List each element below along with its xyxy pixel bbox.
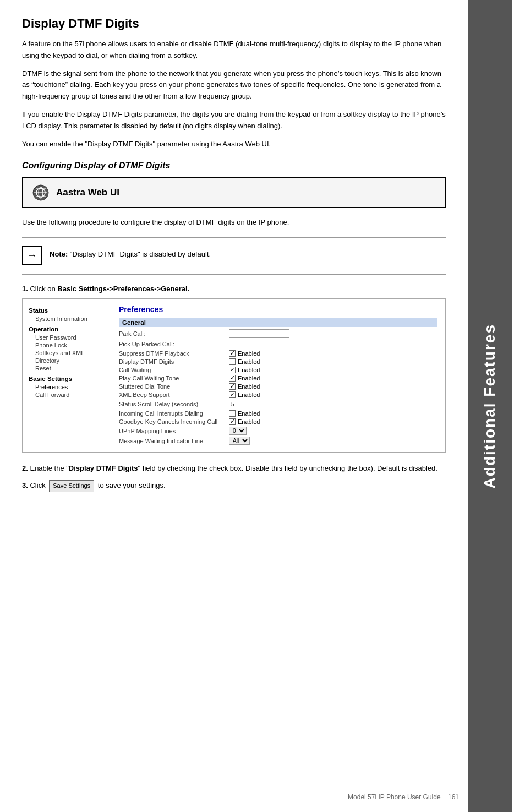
body-paragraph-2: DTMF is the signal sent from the phone t…	[22, 68, 446, 102]
webui-checkbox-label-xml-beep-support: Enabled	[238, 391, 260, 398]
webui-checkbox-label-stuttered-dial-tone: Enabled	[238, 383, 260, 390]
webui-label-stuttered-dial-tone: Stuttered Dial Tone	[119, 383, 229, 390]
divider-bottom	[22, 274, 446, 275]
step-2-number: 2.	[22, 464, 28, 472]
step-1-bold: Basic Settings->Preferences->General.	[57, 285, 189, 293]
note-label: Note:	[50, 250, 68, 258]
webui-checkbox-label-incoming-call-interrupts: Enabled	[238, 410, 260, 417]
webui-field-suppress-dtmf: Enabled	[229, 350, 437, 357]
divider-top	[22, 237, 446, 238]
webui-section-label: General	[119, 318, 437, 327]
webui-sidebar: Status System Information Operation User…	[23, 299, 111, 452]
step-3-number: 3.	[22, 481, 28, 489]
webui-field-display-dtmf: Enabled	[229, 358, 437, 365]
webui-row-call-waiting: Call Waiting Enabled	[119, 367, 437, 373]
page-container: Display DTMF Digits A feature on the 57i…	[0, 0, 525, 812]
webui-row-xml-beep-support: XML Beep Support Enabled	[119, 391, 437, 398]
webui-field-pickup-parked	[229, 340, 437, 348]
webui-row-incoming-call-interrupts: Incoming Call Interrupts Dialing Enabled	[119, 410, 437, 417]
webui-field-call-waiting: Enabled	[229, 367, 437, 373]
sidebar-basic-settings-label: Basic Settings	[29, 375, 105, 382]
footer-text: Model 57i IP Phone User Guide 161	[348, 793, 459, 801]
subsection-title: Configuring Display of DTMF Digits	[22, 161, 446, 171]
webui-heading: Preferences	[119, 305, 437, 314]
webui-checkbox-call-waiting[interactable]	[229, 367, 236, 373]
section-title: Display DTMF Digits	[22, 17, 446, 31]
sidebar-item-directory[interactable]: Directory	[29, 357, 105, 364]
sidebar-item-preferences[interactable]: Preferences	[29, 383, 105, 391]
body-paragraph-3: If you enable the Display DTMF Digits pa…	[22, 109, 446, 132]
webui-field-park-call	[229, 329, 437, 338]
sidebar-item-phone-lock[interactable]: Phone Lock	[29, 341, 105, 349]
webui-checkbox-display-dtmf[interactable]	[229, 358, 236, 365]
webui-field-stuttered-dial-tone: Enabled	[229, 383, 437, 390]
webui-row-display-dtmf: Display DTMF Digits Enabled	[119, 358, 437, 365]
main-content: Display DTMF Digits A feature on the 57i…	[0, 0, 468, 812]
webui-checkbox-label-goodbye-key-cancels: Enabled	[238, 418, 260, 425]
webui-checkbox-play-call-waiting-tone[interactable]	[229, 375, 236, 382]
webui-field-message-waiting: All 1 2	[229, 437, 437, 445]
webui-field-incoming-call-interrupts: Enabled	[229, 410, 437, 417]
webui-label-suppress-dtmf: Suppress DTMF Playback	[119, 350, 229, 357]
aastra-icon	[32, 184, 50, 201]
webui-row-message-waiting: Message Waiting Indicator Line All 1 2	[119, 437, 437, 445]
side-tab: Additional Features	[468, 0, 512, 812]
save-settings-button[interactable]: Save Settings	[49, 480, 94, 492]
webui-row-goodbye-key-cancels: Goodbye Key Cancels Incoming Call Enable…	[119, 418, 437, 425]
webui-label-message-waiting: Message Waiting Indicator Line	[119, 438, 229, 444]
webui-screenshot: Status System Information Operation User…	[22, 298, 446, 453]
sidebar-status-label: Status	[29, 307, 105, 314]
step-3-text-before: Click	[30, 481, 45, 489]
sidebar-item-reset[interactable]: Reset	[29, 364, 105, 372]
step-2-bold: Display DTMF Digits	[69, 464, 138, 472]
webui-row-status-scroll-delay: Status Scroll Delay (seconds) 5	[119, 400, 437, 408]
webui-input-status-scroll-delay[interactable]: 5	[229, 400, 256, 408]
sidebar-item-call-forward[interactable]: Call Forward	[29, 391, 105, 399]
webui-field-status-scroll-delay: 5	[229, 400, 437, 408]
step-1-number: 1.	[22, 285, 28, 293]
webui-row-park-call: Park Call:	[119, 329, 437, 338]
note-arrow-icon: →	[22, 246, 42, 265]
aastra-box-title: Aastra Web UI	[56, 187, 119, 198]
webui-label-xml-beep-support: XML Beep Support	[119, 391, 229, 398]
webui-checkbox-label-display-dtmf: Enabled	[238, 358, 260, 365]
webui-label-upnp-mapping: UPnP Mapping Lines	[119, 428, 229, 434]
webui-row-stuttered-dial-tone: Stuttered Dial Tone Enabled	[119, 383, 437, 390]
note-text: Note: "Display DTMF Digits" is disabled …	[50, 246, 211, 260]
step-3-text-after: to save your settings.	[98, 481, 166, 489]
note-content: "Display DTMF Digits" is disabled by def…	[70, 250, 211, 258]
webui-row-upnp-mapping: UPnP Mapping Lines 0 1 2	[119, 427, 437, 435]
webui-select-message-waiting[interactable]: All 1 2	[229, 437, 250, 445]
webui-checkbox-incoming-call-interrupts[interactable]	[229, 410, 236, 417]
step-1-text: Click on	[30, 285, 55, 293]
webui-label-goodbye-key-cancels: Goodbye Key Cancels Incoming Call	[119, 418, 229, 425]
sidebar-item-system-information[interactable]: System Information	[29, 315, 105, 323]
webui-main-panel: Preferences General Park Call: Pick Up P…	[111, 299, 445, 452]
body-paragraph-1: A feature on the 57i phone allows users …	[22, 39, 446, 62]
webui-checkbox-label-call-waiting: Enabled	[238, 367, 260, 373]
page-footer: Model 57i IP Phone User Guide 161	[0, 793, 481, 801]
webui-label-park-call: Park Call:	[119, 330, 229, 337]
footer-model: Model 57i IP Phone User Guide	[348, 793, 441, 801]
side-tab-text: Additional Features	[481, 324, 499, 488]
webui-input-park-call[interactable]	[229, 329, 289, 338]
sidebar-operation-label: Operation	[29, 326, 105, 333]
webui-checkbox-label-play-call-waiting-tone: Enabled	[238, 375, 260, 382]
webui-row-play-call-waiting-tone: Play Call Waiting Tone Enabled	[119, 375, 437, 382]
webui-row-pickup-parked: Pick Up Parked Call:	[119, 340, 437, 348]
webui-field-upnp-mapping: 0 1 2	[229, 427, 437, 435]
procedure-text: Use the following procedure to configure…	[22, 217, 446, 228]
webui-checkbox-goodbye-key-cancels[interactable]	[229, 418, 236, 425]
sidebar-item-user-password[interactable]: User Password	[29, 334, 105, 341]
webui-select-upnp-mapping[interactable]: 0 1 2	[229, 427, 247, 435]
webui-checkbox-stuttered-dial-tone[interactable]	[229, 383, 236, 390]
webui-checkbox-xml-beep-support[interactable]	[229, 391, 236, 398]
webui-field-play-call-waiting-tone: Enabled	[229, 375, 437, 382]
webui-checkbox-suppress-dtmf[interactable]	[229, 350, 236, 357]
sidebar-item-softkeys-xml[interactable]: Softkeys and XML	[29, 349, 105, 357]
webui-row-suppress-dtmf: Suppress DTMF Playback Enabled	[119, 350, 437, 357]
webui-input-pickup-parked[interactable]	[229, 340, 289, 348]
footer-page-number: 161	[448, 793, 459, 801]
webui-label-status-scroll-delay: Status Scroll Delay (seconds)	[119, 401, 229, 407]
webui-label-incoming-call-interrupts: Incoming Call Interrupts Dialing	[119, 410, 229, 417]
